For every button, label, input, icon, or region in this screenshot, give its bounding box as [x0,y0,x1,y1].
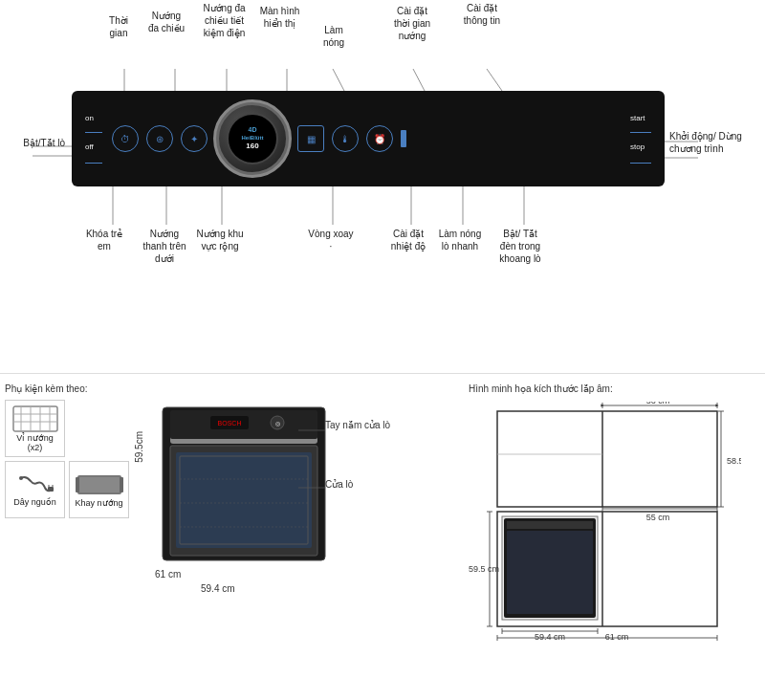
acc-day-nguon: Dây nguồn [5,461,65,518]
icon-screen: ▦ [297,125,324,152]
fit-diagram: Hình minh họa kích thước lắp âm: [469,383,755,643]
dim-width-bottom: 59.4 cm [201,583,235,594]
label-door: Cửa lò [325,479,353,490]
label-nuong-da-chieu: Nướng đa chiều [146,10,186,34]
label-lam-nong: Làm nóng [316,24,352,49]
svg-text:56 cm: 56 cm [646,402,670,405]
vi-nuong-label: Vỉ nướng (x2) [10,433,60,452]
icon-fan-multi: ⊛ [146,125,173,152]
label-nuong-tiet-kiem: Nướng đa chiều tiết kiệm điện [198,2,251,39]
fit-title: Hình minh họa kích thước lắp âm: [469,383,755,394]
icon-temp-circle: 🌡 [332,125,359,152]
stop-label: stop [630,142,651,151]
start-label: start [630,114,651,122]
icon-time: ⏱ [112,125,139,152]
svg-rect-56 [507,521,593,529]
panel-icons: ⏱ ⊛ ✦ 4D HeiBlütt 160 [112,101,621,176]
dial-ring [213,99,292,178]
svg-text:61 cm: 61 cm [605,632,629,641]
label-nuong-thanh: Nướng thanh trên dưới [140,228,189,265]
icon-fan-eco: ✦ [181,125,208,152]
label-vong-xoay: Vòng xoay · [306,228,356,252]
off-label: off [85,142,102,151]
svg-text:58.5 cm: 58.5 cm [727,456,741,466]
connector-lines [0,0,765,373]
label-lam-nong-nhanh: Làm nóng lò nhanh [435,228,485,252]
svg-rect-32 [120,477,123,492]
svg-text:59.5 cm: 59.5 cm [469,564,499,574]
label-thoi-gian: Thời gian [99,14,138,39]
oven-svg: BOSCH ◎ [153,403,344,580]
label-cai-dat-thong-tin: Cài đặt thông tin [459,2,505,27]
svg-rect-35 [176,452,312,548]
icon-info [401,130,406,147]
icon-temp: 🌡 [332,125,359,152]
svg-line-5 [413,69,425,91]
vi-nuong-icon [11,405,59,433]
svg-rect-31 [76,477,79,492]
svg-text:◎: ◎ [275,421,280,427]
top-section: Thời gian Nướng đa chiều Nướng đa chiều … [0,0,765,373]
svg-rect-48 [497,411,717,507]
svg-line-4 [333,69,344,91]
icon-screen-sq: ▦ [297,125,324,152]
main-dial[interactable]: 4D HeiBlütt 160 [215,101,290,176]
label-handle: Tay nắm cửa lò [325,420,390,430]
khay-nuong-icon [76,471,123,498]
panel-onoff: on off [85,114,102,164]
acc-khay-nuong: Khay nướng [69,461,129,518]
dim-height-left: 59.5cm [134,431,144,463]
oven-control-panel: on off ⏱ ⊛ ✦ [72,91,665,186]
svg-line-6 [487,69,502,91]
svg-rect-30 [79,477,120,492]
icon-clock: ⏰ [366,125,393,152]
dim-width-left: 61 cm [155,569,181,580]
panel-startstop: start stop [630,114,651,164]
label-cai-dat-thoi-gian: Cài đặt thời gian nướng [388,5,436,42]
accessories-title: Phụ kiện kèm theo: [5,383,129,394]
oven-illustration-container: BOSCH ◎ 59.5cm 61 cm 59.4 cm Tay nắm cửa… [134,393,354,594]
icon-fan-circle: ⊛ [146,125,173,152]
acc-vi-nuong: Vỉ nướng (x2) [5,400,65,457]
svg-text:59.4 cm: 59.4 cm [535,632,565,641]
accessories-section: Phụ kiện kèm theo: Vỉ nướng (x2) [5,383,129,518]
khay-nuong-label: Khay nướng [75,498,122,508]
icon-fan-eco-circle: ✦ [181,125,208,152]
label-nuong-khu-vuc: Nướng khu vực rộng [193,228,247,252]
label-khoi-dong: Khởi động/ Dừng chương trình [669,130,760,155]
main-container: Thời gian Nướng đa chiều Nướng đa chiều … [0,0,765,700]
label-man-hinh: Màn hình hiển thị [258,5,301,30]
day-nguon-icon [16,473,55,497]
svg-text:55 cm: 55 cm [646,513,670,522]
bottom-section: Phụ kiện kèm theo: Vỉ nướng (x2) [0,373,765,700]
svg-point-25 [19,476,23,480]
on-label: on [85,114,102,122]
label-khoa-tre-em: Khóa trẻ em [84,228,124,252]
icon-time-circle: ⏱ [112,125,139,152]
label-bat-tat-lo: Bật/Tắt lò [2,137,65,149]
day-nguon-label: Dây nguồn [13,497,56,507]
svg-text:BOSCH: BOSCH [218,420,242,427]
svg-rect-55 [507,531,593,614]
label-bat-tat-den: Bật/ Tắt đèn trong khoang lò [495,228,545,265]
fit-diagram-svg: 56 cm 55 cm 58.5 cm 59.5 cm 59.4 cm 61 c… [469,402,741,641]
accessories-grid: Vỉ nướng (x2) Dây nguồn [5,400,129,518]
svg-rect-18 [13,406,57,431]
icon-clock-circle: ⏰ [366,125,393,152]
svg-rect-26 [48,487,54,492]
label-cai-dat-nhiet: Cài đặt nhiệt độ [384,228,432,252]
